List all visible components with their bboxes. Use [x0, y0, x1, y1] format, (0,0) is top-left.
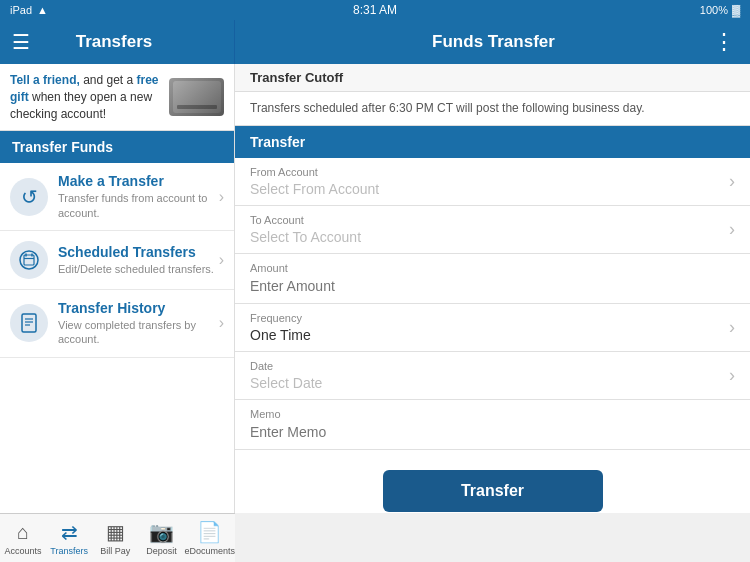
hamburger-button[interactable]: ☰ [12, 30, 30, 54]
amount-input[interactable] [250, 278, 735, 294]
from-account-value: Select From Account [250, 181, 729, 197]
to-account-content: To Account Select To Account [250, 214, 729, 245]
tab-edocuments[interactable]: 📄 eDocuments [185, 516, 236, 560]
date-chevron: › [729, 365, 735, 386]
frequency-field[interactable]: Frequency One Time › [235, 304, 750, 352]
scheduled-transfers-title: Scheduled Transfers [58, 244, 219, 260]
carrier-label: iPad [10, 4, 32, 16]
sidebar-item-make-transfer[interactable]: ↺ Make a Transfer Transfer funds from ac… [0, 163, 234, 231]
make-transfer-icon: ↺ [10, 178, 48, 216]
svg-rect-5 [22, 314, 36, 332]
tab-bill-pay[interactable]: ▦ Bill Pay [92, 516, 138, 560]
frequency-label: Frequency [250, 312, 729, 324]
battery-icon: ▓ [732, 4, 740, 16]
from-account-field[interactable]: From Account Select From Account › [235, 158, 750, 206]
bill-pay-label: Bill Pay [100, 546, 130, 556]
make-transfer-title: Make a Transfer [58, 173, 219, 189]
transfer-history-chevron: › [219, 314, 224, 332]
to-account-chevron: › [729, 219, 735, 240]
make-transfer-subtitle: Transfer funds from account to account. [58, 191, 219, 220]
tab-bar: ⌂ Accounts ⇄ Transfers ▦ Bill Pay 📷 Depo… [0, 513, 235, 562]
scheduled-transfers-subtitle: Edit/Delete scheduled transfers. [58, 262, 219, 276]
left-nav-bar: ☰ Transfers [0, 20, 235, 64]
from-account-chevron: › [729, 171, 735, 192]
ad-bold-text: Tell a friend, [10, 73, 80, 87]
scheduled-transfers-content: Scheduled Transfers Edit/Delete schedule… [58, 244, 219, 276]
transfer-history-icon [10, 304, 48, 342]
accounts-label: Accounts [5, 546, 42, 556]
memo-input[interactable] [250, 424, 735, 440]
transfer-button[interactable]: Transfer [383, 470, 603, 512]
tab-transfers[interactable]: ⇄ Transfers [46, 516, 92, 560]
sidebar-header: Transfer Funds [0, 131, 234, 163]
edocuments-label: eDocuments [185, 546, 236, 556]
sidebar-menu: ↺ Make a Transfer Transfer funds from ac… [0, 163, 234, 513]
right-nav-title: Funds Transfer [432, 32, 555, 52]
sidebar-item-scheduled-transfers[interactable]: Scheduled Transfers Edit/Delete schedule… [0, 231, 234, 290]
status-left: iPad ▲ [10, 4, 48, 16]
battery-label: 100% [700, 4, 728, 16]
transfer-history-title: Transfer History [58, 300, 219, 316]
make-transfer-chevron: › [219, 188, 224, 206]
cutoff-header: Transfer Cutoff [235, 64, 750, 92]
ad-image [169, 78, 224, 116]
status-time: 8:31 AM [353, 3, 397, 17]
transfer-section-header: Transfer [235, 126, 750, 158]
bill-pay-icon: ▦ [106, 520, 125, 544]
accounts-icon: ⌂ [17, 521, 29, 544]
frequency-content: Frequency One Time [250, 312, 729, 343]
left-nav-title: Transfers [76, 32, 153, 52]
make-transfer-content: Make a Transfer Transfer funds from acco… [58, 173, 219, 220]
to-account-label: To Account [250, 214, 729, 226]
frequency-value: One Time [250, 327, 729, 343]
sidebar: Tell a friend, and get a free gift when … [0, 64, 235, 513]
to-account-field[interactable]: To Account Select To Account › [235, 206, 750, 254]
to-account-value: Select To Account [250, 229, 729, 245]
date-field[interactable]: Date Select Date › [235, 352, 750, 400]
memo-label: Memo [250, 408, 735, 420]
from-account-content: From Account Select From Account [250, 166, 729, 197]
right-panel: Transfer Cutoff Transfers scheduled afte… [235, 64, 750, 513]
transfer-form: From Account Select From Account › To Ac… [235, 158, 750, 513]
status-bar: iPad ▲ 8:31 AM 100% ▓ [0, 0, 750, 20]
scheduled-transfers-icon [10, 241, 48, 279]
transfer-history-subtitle: View completed transfers by account. [58, 318, 219, 347]
memo-field: Memo [235, 400, 750, 450]
amount-label: Amount [250, 262, 735, 274]
ad-text: Tell a friend, and get a free gift when … [10, 72, 161, 122]
tab-deposit[interactable]: 📷 Deposit [138, 516, 184, 560]
date-value: Select Date [250, 375, 729, 391]
wifi-icon: ▲ [37, 4, 48, 16]
transfer-history-content: Transfer History View completed transfer… [58, 300, 219, 347]
status-right: 100% ▓ [700, 4, 740, 16]
date-content: Date Select Date [250, 360, 729, 391]
ad-banner: Tell a friend, and get a free gift when … [0, 64, 234, 131]
tab-accounts[interactable]: ⌂ Accounts [0, 517, 46, 560]
svg-point-0 [20, 251, 38, 269]
cutoff-text: Transfers scheduled after 6:30 PM CT wil… [235, 92, 750, 126]
date-label: Date [250, 360, 729, 372]
deposit-icon: 📷 [149, 520, 174, 544]
frequency-chevron: › [729, 317, 735, 338]
cutoff-section: Transfer Cutoff Transfers scheduled afte… [235, 64, 750, 126]
sidebar-item-transfer-history[interactable]: Transfer History View completed transfer… [0, 290, 234, 358]
edocuments-icon: 📄 [197, 520, 222, 544]
transfers-label: Transfers [50, 546, 88, 556]
scheduled-transfers-chevron: › [219, 251, 224, 269]
amount-field: Amount [235, 254, 750, 304]
deposit-label: Deposit [146, 546, 177, 556]
transfer-button-container: Transfer [235, 450, 750, 513]
from-account-label: From Account [250, 166, 729, 178]
more-button[interactable]: ⋮ [713, 29, 735, 55]
transfers-icon: ⇄ [61, 520, 78, 544]
right-nav-bar: Funds Transfer ⋮ [235, 20, 750, 64]
